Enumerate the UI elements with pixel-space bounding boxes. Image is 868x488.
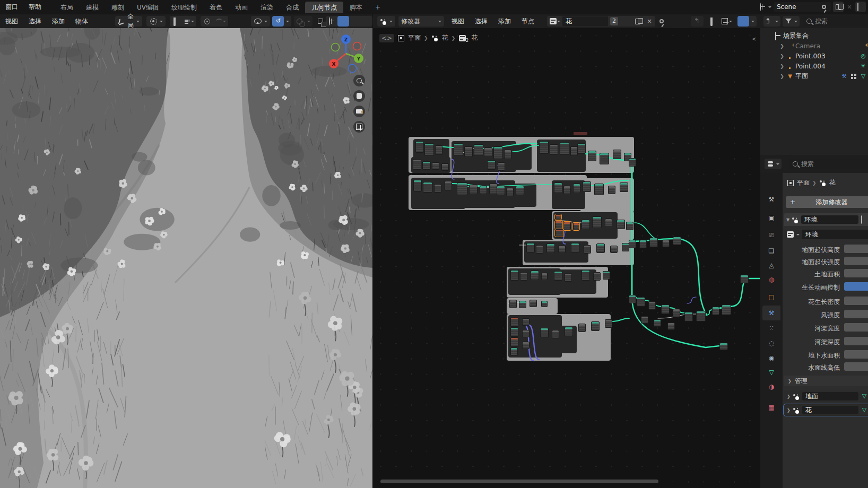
- param-field-地面起伏高度[interactable]: [844, 245, 868, 253]
- shading-rendered[interactable]: [361, 16, 372, 27]
- graph-node[interactable]: [541, 301, 548, 307]
- management-subpanel[interactable]: ❯ 管理: [784, 376, 868, 386]
- param-field-花生长密度[interactable]: [844, 297, 868, 305]
- graph-node[interactable]: [552, 330, 559, 338]
- editor-type-dropdown[interactable]: [377, 16, 395, 27]
- graph-node[interactable]: [424, 143, 434, 156]
- gizmos-dropdown[interactable]: [284, 16, 291, 27]
- param-field-生长动画控制[interactable]: [844, 282, 868, 291]
- graph-node[interactable]: [558, 246, 566, 253]
- param-field-地面起伏强度[interactable]: [844, 257, 868, 265]
- graph-node[interactable]: [457, 182, 467, 195]
- param-field-地下水面积[interactable]: [844, 350, 868, 359]
- node-menu-添加[interactable]: 添加: [493, 14, 516, 28]
- outliner-row-Point.004[interactable]: ❯Point.004☀: [779, 61, 867, 71]
- graph-node[interactable]: [504, 150, 511, 159]
- graph-node[interactable]: [536, 245, 543, 254]
- pivot-point-dropdown[interactable]: [146, 16, 166, 27]
- graph-node[interactable]: [577, 143, 586, 154]
- new-tree-button[interactable]: [632, 16, 644, 27]
- graph-node[interactable]: [563, 222, 571, 230]
- properties-tab-texture[interactable]: ▦: [762, 400, 780, 415]
- properties-tab-object-data[interactable]: ▽: [762, 365, 780, 380]
- fake-user-toggle[interactable]: [620, 16, 632, 27]
- graph-node[interactable]: [573, 184, 580, 193]
- graph-node[interactable]: [469, 185, 478, 194]
- graph-node[interactable]: [441, 163, 449, 171]
- graph-node[interactable]: [617, 220, 625, 229]
- expand-chevron-icon[interactable]: ❯: [787, 408, 791, 413]
- graph-node[interactable]: [593, 272, 601, 281]
- graph-node[interactable]: [540, 328, 549, 337]
- graph-node[interactable]: [531, 271, 539, 280]
- graph-node[interactable]: [613, 150, 621, 159]
- graph-node[interactable]: [629, 158, 636, 167]
- go-to-parent-button[interactable]: [691, 16, 704, 27]
- graph-node[interactable]: [610, 246, 618, 253]
- graph-node[interactable]: [578, 324, 586, 332]
- graph-node[interactable]: [605, 219, 612, 227]
- shading-material[interactable]: [349, 16, 361, 27]
- transform-orientation-dropdown[interactable]: 全局: [115, 16, 142, 27]
- breadcrumb-object[interactable]: 平面: [797, 178, 810, 187]
- graph-node[interactable]: [555, 229, 563, 237]
- graph-node[interactable]: [591, 321, 600, 331]
- overlays-toggle[interactable]: [294, 16, 305, 27]
- properties-tab-scene[interactable]: ◬: [762, 258, 780, 273]
- graph-node[interactable]: [434, 184, 441, 193]
- properties-tab-world[interactable]: ◍: [762, 272, 780, 287]
- graph-node[interactable]: [600, 153, 609, 164]
- outliner-row-collection[interactable]: 场景集合: [774, 31, 809, 41]
- graph-node[interactable]: [629, 295, 636, 303]
- node-menu-视图[interactable]: 视图: [446, 14, 470, 28]
- graph-node[interactable]: [588, 151, 596, 161]
- viewport-menu-添加[interactable]: 添加: [47, 14, 70, 28]
- shading-solid[interactable]: [337, 16, 349, 27]
- workspace-tab-布局[interactable]: 布局: [54, 2, 80, 13]
- view-object-types-dropdown[interactable]: [251, 16, 270, 27]
- workspace-tab-动画[interactable]: 动画: [229, 2, 254, 13]
- outliner-row-Point.003[interactable]: ❯Point.003◎: [779, 51, 867, 61]
- graph-node[interactable]: [654, 319, 661, 327]
- expand-chevron-icon[interactable]: ❯: [787, 394, 791, 399]
- graph-node[interactable]: [581, 220, 590, 229]
- breadcrumb-modifier[interactable]: 花: [829, 178, 836, 187]
- graph-node[interactable]: [673, 309, 680, 317]
- graph-node[interactable]: [573, 223, 579, 230]
- expand-chevron-icon[interactable]: ❯: [779, 64, 785, 69]
- graph-node[interactable]: [506, 188, 514, 196]
- topbar-menu-帮助[interactable]: 帮助: [23, 0, 47, 14]
- modifier-name-field[interactable]: 地面: [802, 392, 858, 400]
- graph-node[interactable]: [530, 300, 537, 307]
- viewport-canvas[interactable]: Z X Y: [0, 28, 372, 488]
- snap-toggle[interactable]: [707, 16, 718, 27]
- expand-chevron-icon[interactable]: ❯: [779, 43, 785, 49]
- graph-node[interactable]: [539, 141, 549, 154]
- graph-node[interactable]: [435, 145, 442, 155]
- node-context-dropdown[interactable]: 修改器: [398, 16, 444, 27]
- properties-tab-material[interactable]: ◑: [762, 379, 780, 394]
- overlay-dropdown[interactable]: [749, 16, 757, 27]
- camera-view-button[interactable]: [353, 106, 365, 117]
- overlays-dropdown[interactable]: [305, 16, 313, 27]
- graph-node[interactable]: [592, 216, 602, 228]
- node-tree-name-field[interactable]: 花: [562, 16, 608, 26]
- graph-node[interactable]: [620, 182, 628, 192]
- graph-node[interactable]: [629, 240, 636, 248]
- workspace-tab-雕刻[interactable]: 雕刻: [105, 2, 131, 13]
- graph-node[interactable]: [550, 144, 558, 155]
- outliner-display-mode-dropdown[interactable]: [763, 16, 780, 27]
- graph-node[interactable]: [637, 297, 645, 307]
- node-editor-canvas[interactable]: <> 平面❯花❯2花 <: [373, 28, 760, 488]
- graph-node[interactable]: [740, 275, 749, 283]
- ortho-toggle-button[interactable]: [353, 121, 365, 133]
- unlink-tree-button[interactable]: ×: [644, 16, 655, 27]
- outliner-filter-dropdown[interactable]: [783, 16, 800, 27]
- graph-node[interactable]: [596, 243, 605, 253]
- graph-node[interactable]: [719, 343, 728, 350]
- shading-wireframe[interactable]: [326, 16, 337, 27]
- graph-node[interactable]: [415, 141, 424, 153]
- graph-node[interactable]: [555, 214, 561, 220]
- graph-node[interactable]: [649, 238, 658, 247]
- pan-hand-button[interactable]: [353, 90, 365, 102]
